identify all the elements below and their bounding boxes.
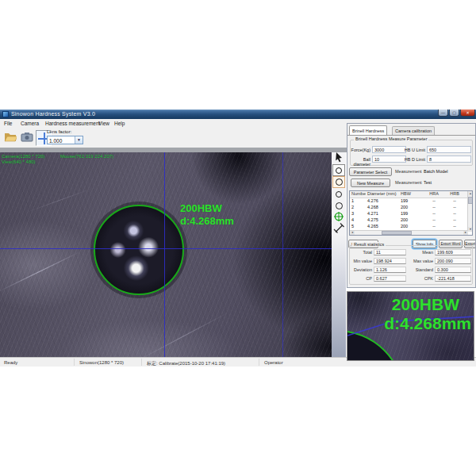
min-value-label: Min value: [351, 259, 372, 263]
minimize-button[interactable]: —: [438, 109, 448, 117]
preview-diameter-result: d:4.268mm: [384, 314, 471, 333]
cell: --: [421, 198, 445, 205]
menu-view[interactable]: View: [98, 121, 109, 126]
open-folder-button[interactable]: [2, 130, 18, 146]
vertical-scrollbar[interactable]: ▲ ▼: [467, 191, 472, 232]
chevron-down-icon[interactable]: ▼: [75, 136, 83, 144]
camera-viewport[interactable]: Camera(1280 * 720) View(640 * 480) Mouse…: [0, 152, 332, 357]
scroll-right-icon[interactable]: ►: [463, 231, 468, 236]
statistics-group-title: Result statistics: [352, 242, 386, 247]
cell: --: [445, 198, 463, 205]
crosshair-vertical-line-2: [282, 152, 283, 357]
parameter-group-title: Brinell Hardness Measure Parameter: [354, 136, 428, 141]
cell: 4.271: [366, 211, 399, 217]
circle-icon: [336, 167, 342, 174]
measurement-label-2: Measurement: [395, 180, 422, 185]
view-resolution-overlay: View(640 * 480): [2, 159, 36, 164]
results-table[interactable]: Number Diameter (mm) HBW HRA HRB 1 4.276…: [349, 190, 473, 236]
scroll-down-icon[interactable]: ▼: [468, 227, 473, 232]
measurement-zoom-preview: 200HBW d:4.268mm: [347, 291, 474, 361]
menu-file[interactable]: File: [4, 121, 12, 126]
deviation-value: 1.126: [374, 267, 406, 273]
deviation-label: Deviation: [351, 267, 372, 272]
min-value: 198.924: [374, 258, 406, 264]
tab-brinell-hardness[interactable]: Brinell Hardness: [349, 125, 387, 135]
tool-palette: [332, 152, 346, 357]
scrollbar-thumb[interactable]: [382, 231, 412, 235]
force-label: Force(Kg): [349, 148, 370, 152]
menu-hardness-measurement[interactable]: Hardness measurement: [45, 121, 100, 126]
caliper-tool-button[interactable]: [332, 224, 345, 236]
ball-diameter-label: Ball diameter: [347, 157, 370, 167]
scroll-up-icon[interactable]: ▲: [468, 191, 473, 196]
cell: 4.276: [366, 198, 399, 205]
status-camera-resolution: Sinowon(1280 * 720): [79, 360, 124, 365]
hb-d-limit-field[interactable]: 8: [427, 155, 471, 163]
scroll-left-icon[interactable]: ◄: [350, 231, 355, 236]
status-divider: [141, 359, 142, 366]
max-value: 200.090: [435, 258, 471, 264]
mouse-position-overlay: Mouse(762,319 224,207): [60, 154, 113, 159]
cpk-label: CPK: [409, 276, 433, 281]
menu-camera[interactable]: Camera: [21, 121, 39, 126]
table-header: Number Diameter (mm) HBW HRA HRB: [350, 191, 472, 198]
open-folder-icon: [4, 131, 17, 145]
parameter-select-button[interactable]: Parameter Select: [349, 167, 392, 176]
crosshair-horizontal-line: [0, 248, 332, 249]
circle-icon: [336, 178, 343, 186]
new-measure-button[interactable]: New Measure: [351, 178, 390, 187]
status-calibration: 标定: Calibrate(2015-10-20 17:41:19): [147, 360, 225, 367]
cell: --: [445, 211, 463, 217]
circle-tool-button-1[interactable]: [332, 164, 345, 176]
scrollbar-thumb[interactable]: [468, 197, 473, 204]
total-label: Total: [351, 250, 372, 255]
circle-tool-button-3[interactable]: [332, 188, 345, 200]
lens-factor-select[interactable]: 1.000 ▼: [47, 136, 83, 144]
app-icon: [2, 111, 9, 117]
status-divider: [259, 359, 259, 366]
cell: 4.268: [366, 205, 399, 211]
cell: 4.265: [366, 224, 399, 230]
measurement-label-1: Measurement: [395, 169, 422, 174]
indentation-measure-circle[interactable]: [94, 205, 184, 295]
mean-label: Mean: [409, 250, 433, 255]
standard-value: 0.300: [435, 267, 471, 273]
table-row[interactable]: 4 4.275 200 -- --: [350, 217, 472, 224]
measurement-value-2: Test: [424, 180, 432, 185]
table-row[interactable]: 3 4.271 199 -- --: [350, 211, 472, 217]
cell: --: [445, 205, 463, 211]
close-button[interactable]: ✕: [460, 109, 475, 117]
cell: --: [421, 224, 445, 230]
cell: 199: [399, 211, 421, 217]
hb-u-limit-field[interactable]: 650: [427, 146, 471, 153]
table-row[interactable]: 1 4.276 199 -- --: [350, 198, 472, 205]
menu-help[interactable]: Help: [114, 121, 125, 126]
measurement-panel: Brinell Hardness Camera calibration Brin…: [347, 123, 476, 288]
window-title: Sinowon Hardness System V3.0: [11, 111, 95, 117]
cell: 200: [399, 217, 421, 224]
cell: --: [445, 224, 463, 230]
tab-camera-calibration[interactable]: Camera calibration: [392, 126, 435, 135]
status-operator: Operator: [264, 360, 283, 365]
cell: 4: [350, 217, 366, 224]
horizontal-scrollbar[interactable]: ◄ ►: [350, 230, 468, 235]
camera-resolution-overlay: Camera(1280 * 720): [2, 154, 44, 159]
diameter-result-overlay: d:4.268mm: [180, 215, 234, 227]
maximize-button[interactable]: ▢: [449, 109, 459, 117]
col-hbw: HBW: [399, 191, 421, 198]
circle-tool-button-2[interactable]: [332, 176, 345, 188]
cell: --: [421, 211, 445, 217]
status-ready: Ready: [4, 360, 17, 365]
camera-icon: [21, 131, 33, 145]
surface-scratch: [136, 313, 228, 357]
table-row[interactable]: 5 4.265 200 -- --: [350, 224, 472, 230]
status-divider: [74, 359, 75, 366]
caliper-icon: [333, 223, 344, 237]
total-value: 11: [374, 249, 406, 255]
cp-label: CP: [351, 276, 372, 281]
col-diameter: Diameter (mm): [366, 191, 399, 198]
camera-capture-button[interactable]: [19, 130, 35, 146]
table-row[interactable]: 2 4.268 200 -- --: [350, 205, 472, 211]
surface-scratch: [0, 251, 80, 292]
pointer-tool-button[interactable]: [332, 152, 345, 164]
